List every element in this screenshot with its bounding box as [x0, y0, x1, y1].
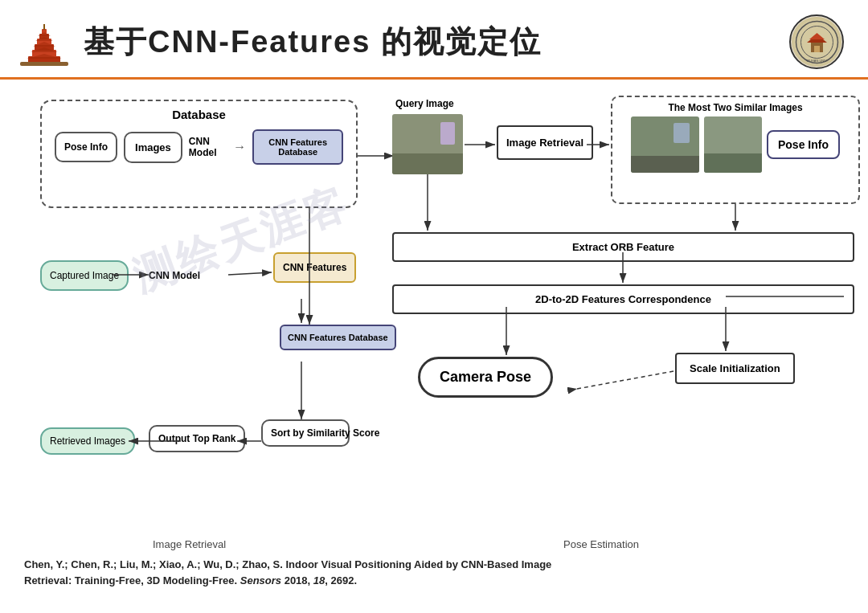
svg-marker-17 — [809, 33, 825, 39]
header-left: 基于CNN-Features 的视觉定位 — [16, 16, 542, 68]
cnn-model-label1: CNN Model — [189, 136, 227, 158]
output-top-rank-box: Output Top Rank — [149, 425, 245, 452]
bottom-section: Image Retrieval Pose Estimation Chen, Y.… — [0, 538, 868, 588]
database-label: Database — [48, 108, 350, 121]
labels-row: Image Retrieval Pose Estimation — [24, 538, 844, 550]
main-content: 测绘天涯客 Database Pose Info Images CNN Mode… — [0, 80, 868, 604]
image-retrieval-box: Image Retrieval — [497, 125, 593, 160]
citation-text: Chen, Y.; Chen, R.; Liu, M.; Xiao, A.; W… — [24, 557, 844, 588]
sort-similarity-box: Sort by Similarity Score — [261, 419, 350, 447]
cnn-features-db2-box: CNN Features Database — [280, 325, 396, 350]
university-logo: WUHAN UNIV. — [789, 14, 844, 69]
scale-init-box: Scale Initialization — [675, 353, 795, 384]
similar-images-label: The Most Two Similar Images — [612, 102, 858, 113]
svg-line-23 — [228, 272, 272, 275]
extract-orb-box: Extract ORB Feature — [392, 232, 854, 262]
camera-pose-box: Camera Pose — [418, 357, 553, 398]
similar-images-row: Pose Info — [612, 116, 858, 173]
features-correspondence-box: 2D-to-2D Features Correspondence — [392, 284, 854, 314]
svg-rect-6 — [43, 24, 45, 30]
svg-line-40 — [577, 371, 674, 389]
pagoda-icon — [16, 16, 72, 68]
cnn-model-label2: CNN Model — [149, 270, 200, 281]
similar-image-2 — [704, 116, 762, 173]
diagram-area: 测绘天涯客 Database Pose Info Images CNN Mode… — [24, 92, 844, 493]
captured-image-box: Captured Image — [40, 260, 129, 291]
cnn-features-box: CNN Features — [273, 252, 356, 283]
database-box: Database Pose Info Images CNN Model → CN… — [40, 100, 358, 208]
svg-text:WUHAN UNIV.: WUHAN UNIV. — [806, 59, 828, 63]
image-retrieval-label: Image Retrieval — [153, 538, 226, 550]
svg-rect-18 — [814, 46, 820, 52]
images-box: Images — [124, 132, 182, 163]
query-image — [392, 114, 463, 174]
retrieved-images-box: Retrieved Images — [40, 427, 135, 455]
pose-info-right: Pose Info — [767, 130, 840, 159]
arrow1: → — [233, 140, 246, 154]
pose-estimation-label: Pose Estimation — [563, 538, 639, 550]
similar-images-box: The Most Two Similar Images Pose Info — [611, 96, 860, 204]
query-image-label: Query Image — [395, 98, 454, 109]
pose-info-box: Pose Info — [55, 132, 117, 162]
page-header: 基于CNN-Features 的视觉定位 WUHAN UNIV. — [0, 0, 868, 80]
svg-rect-12 — [20, 62, 68, 66]
cnn-features-db-box: CNN Features Database — [252, 129, 343, 165]
similar-image-1 — [631, 116, 699, 173]
page-title: 基于CNN-Features 的视觉定位 — [84, 22, 542, 63]
